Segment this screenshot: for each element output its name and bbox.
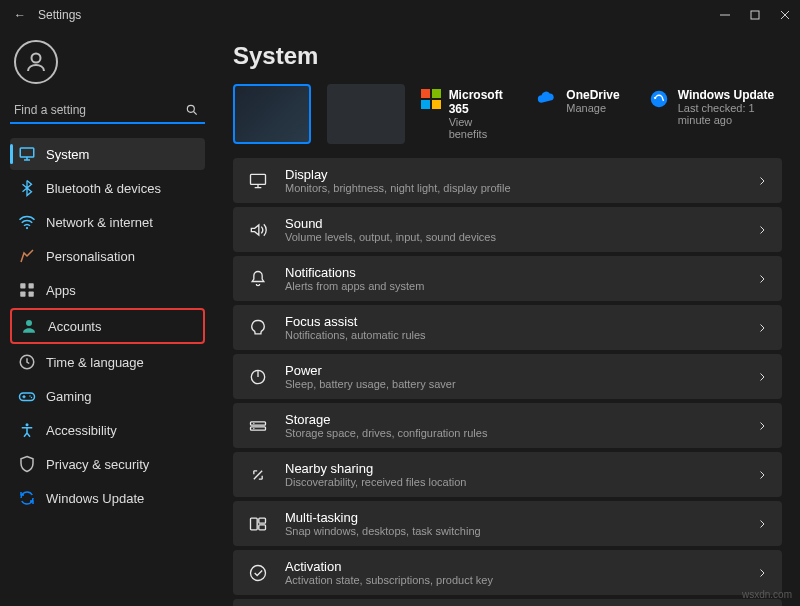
svg-point-25 (253, 427, 254, 428)
settings-row-display[interactable]: DisplayMonitors, brightness, night light… (233, 158, 782, 203)
sidebar-item-privacy[interactable]: Privacy & security (10, 448, 205, 480)
sidebar-item-label: Time & language (46, 355, 144, 370)
settings-row-storage[interactable]: StorageStorage space, drives, configurat… (233, 403, 782, 448)
sidebar-item-accounts[interactable]: Accounts (10, 308, 205, 344)
sidebar-item-gaming[interactable]: Gaming (10, 380, 205, 412)
row-title: Nearby sharing (285, 461, 740, 476)
row-sub: Snap windows, desktops, task switching (285, 525, 740, 537)
search-input[interactable] (12, 102, 185, 118)
bluetooth-icon (18, 179, 36, 197)
close-button[interactable] (770, 0, 800, 30)
sidebar-item-personalisation[interactable]: Personalisation (10, 240, 205, 272)
svg-rect-16 (432, 89, 441, 98)
time-icon (18, 353, 36, 371)
card-onedrive[interactable]: OneDriveManage (536, 88, 619, 140)
svg-point-29 (251, 565, 266, 580)
settings-row-multi-tasking[interactable]: Multi-taskingSnap windows, desktops, tas… (233, 501, 782, 546)
back-button[interactable]: ← (14, 8, 26, 22)
privacy-icon (18, 455, 36, 473)
card-sub: View benefits (449, 116, 509, 140)
activation-icon (247, 562, 269, 584)
sidebar-item-apps[interactable]: Apps (10, 274, 205, 306)
card-sub: Last checked: 1 minute ago (678, 102, 782, 126)
svg-rect-0 (751, 11, 759, 19)
sidebar-item-label: Personalisation (46, 249, 135, 264)
sidebar-item-time[interactable]: Time & language (10, 346, 205, 378)
row-title: Power (285, 363, 740, 378)
svg-rect-23 (251, 426, 266, 429)
svg-point-14 (26, 423, 29, 426)
sidebar-item-system[interactable]: System (10, 138, 205, 170)
watermark: wsxdn.com (742, 589, 792, 600)
svg-point-2 (187, 105, 194, 112)
hero-row: Microsoft 365View benefits OneDriveManag… (233, 84, 782, 144)
sidebar-item-label: Bluetooth & devices (46, 181, 161, 196)
sidebar-item-label: Gaming (46, 389, 92, 404)
svg-rect-27 (259, 518, 266, 523)
card-microsoft365[interactable]: Microsoft 365View benefits (421, 88, 509, 140)
minimize-button[interactable] (710, 0, 740, 30)
focus-assist-icon (247, 317, 269, 339)
update-icon (648, 88, 670, 110)
settings-row-sound[interactable]: SoundVolume levels, output, input, sound… (233, 207, 782, 252)
onedrive-icon (536, 88, 558, 110)
card-windows-update[interactable]: Windows UpdateLast checked: 1 minute ago (648, 88, 782, 140)
chevron-right-icon (756, 273, 768, 285)
settings-row-notifications[interactable]: NotificationsAlerts from apps and system (233, 256, 782, 301)
settings-row-troubleshoot[interactable]: Troubleshoot (233, 599, 782, 606)
card-title: OneDrive (566, 88, 619, 102)
maximize-button[interactable] (740, 0, 770, 30)
settings-row-power[interactable]: PowerSleep, battery usage, battery saver (233, 354, 782, 399)
row-title: Notifications (285, 265, 740, 280)
chevron-right-icon (756, 518, 768, 530)
svg-point-24 (253, 422, 254, 423)
svg-point-4 (26, 227, 28, 229)
chevron-right-icon (756, 322, 768, 334)
row-title: Activation (285, 559, 740, 574)
settings-row-activation[interactable]: ActivationActivation state, subscription… (233, 550, 782, 595)
card-title: Windows Update (678, 88, 782, 102)
svg-rect-18 (432, 100, 441, 109)
row-sub: Notifications, automatic rules (285, 329, 740, 341)
sidebar-item-network[interactable]: Network & internet (10, 206, 205, 238)
chevron-right-icon (756, 224, 768, 236)
svg-point-19 (650, 91, 667, 108)
settings-row-focus-assist[interactable]: Focus assistNotifications, automatic rul… (233, 305, 782, 350)
svg-rect-11 (20, 393, 35, 401)
settings-row-nearby-sharing[interactable]: Nearby sharingDiscoverability, received … (233, 452, 782, 497)
desktop-thumb-1[interactable] (233, 84, 311, 144)
sidebar-item-label: Windows Update (46, 491, 144, 506)
sidebar-item-accessibility[interactable]: Accessibility (10, 414, 205, 446)
sidebar: SystemBluetooth & devicesNetwork & inter… (0, 30, 215, 606)
svg-rect-20 (251, 174, 266, 184)
desktop-thumb-2[interactable] (327, 84, 405, 144)
svg-rect-15 (421, 89, 430, 98)
nearby-sharing-icon (247, 464, 269, 486)
row-sub: Monitors, brightness, night light, displ… (285, 182, 740, 194)
accessibility-icon (18, 421, 36, 439)
avatar[interactable] (14, 40, 58, 84)
sidebar-item-label: Accounts (48, 319, 101, 334)
row-title: Multi-tasking (285, 510, 740, 525)
row-sub: Discoverability, received files location (285, 476, 740, 488)
sidebar-item-label: Privacy & security (46, 457, 149, 472)
main-content: System Microsoft 365View benefits OneDri… (215, 30, 800, 606)
notifications-icon (247, 268, 269, 290)
chevron-right-icon (756, 371, 768, 383)
svg-rect-26 (251, 518, 258, 530)
card-title: Microsoft 365 (449, 88, 509, 116)
storage-icon (247, 415, 269, 437)
search-box[interactable] (10, 98, 205, 124)
chevron-right-icon (756, 469, 768, 481)
sidebar-item-windows-update[interactable]: Windows Update (10, 482, 205, 514)
row-title: Display (285, 167, 740, 182)
personalisation-icon (18, 247, 36, 265)
svg-rect-6 (29, 283, 34, 288)
titlebar: ← Settings (0, 0, 800, 30)
m365-icon (421, 88, 441, 110)
svg-point-1 (32, 54, 41, 63)
sidebar-item-bluetooth[interactable]: Bluetooth & devices (10, 172, 205, 204)
chevron-right-icon (756, 420, 768, 432)
apps-icon (18, 281, 36, 299)
row-title: Focus assist (285, 314, 740, 329)
